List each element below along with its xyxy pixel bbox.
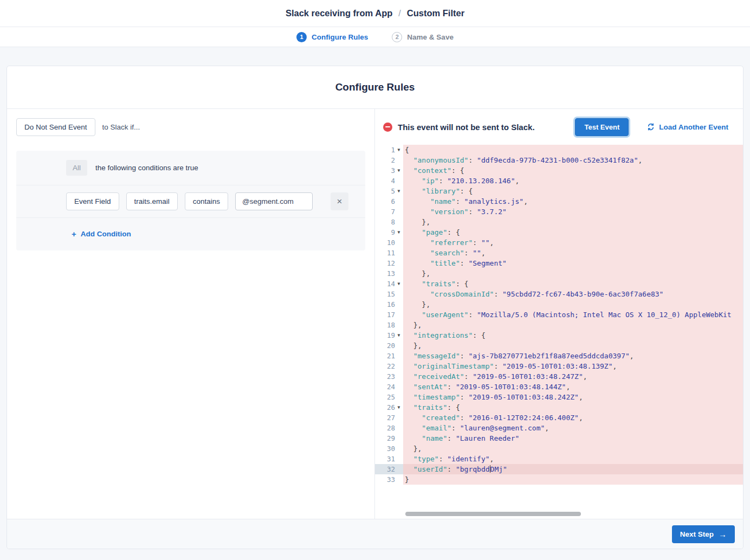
load-another-event-link[interactable]: Load Another Event [647, 123, 728, 131]
gutter-line-number[interactable]: 26▼ [375, 402, 403, 413]
gutter-line-number[interactable]: 32 [375, 464, 403, 474]
fold-arrow-icon[interactable]: ▼ [395, 227, 403, 237]
code-line[interactable]: "ip": "210.13.208.146", [403, 176, 743, 186]
horizontal-scrollbar-thumb[interactable] [405, 512, 581, 516]
blocked-icon [383, 123, 392, 132]
gutter-line-number[interactable]: 4 [375, 176, 403, 186]
code-line[interactable]: }, [403, 268, 743, 279]
fold-arrow-icon[interactable]: ▼ [395, 186, 403, 196]
action-selector-button[interactable]: Do Not Send Event [16, 118, 95, 136]
step-name-save[interactable]: 2 Name & Save [392, 32, 454, 42]
gutter-line-number[interactable]: 9▼ [375, 227, 403, 237]
gutter-line-number[interactable]: 18 [375, 320, 403, 330]
code-line[interactable]: "search": "", [403, 248, 743, 258]
remove-condition-button[interactable]: × [331, 192, 348, 210]
gutter-line-number[interactable]: 31 [375, 454, 403, 464]
code-line[interactable]: "type": "identify", [403, 454, 743, 464]
code-line[interactable]: "messageId": "ajs-7b8270771eb2f1f8a87eed… [403, 351, 743, 361]
stepper: 1 Configure Rules 2 Name & Save [0, 27, 750, 47]
gutter-line-number[interactable]: 20 [375, 340, 403, 351]
gutter-line-number[interactable]: 22 [375, 361, 403, 371]
gutter-line-number[interactable]: 15 [375, 289, 403, 299]
gutter-line-number[interactable]: 33 [375, 474, 403, 485]
breadcrumb-secondary: Custom Filter [407, 8, 464, 18]
gutter-line-number[interactable]: 30 [375, 443, 403, 454]
breadcrumb-primary[interactable]: Slack receiving from App [286, 8, 392, 18]
gutter-line-number[interactable]: 1▼ [375, 145, 403, 155]
breadcrumb-separator: / [398, 9, 400, 18]
gutter-line-number[interactable]: 25 [375, 392, 403, 402]
fold-arrow-icon[interactable]: ▼ [395, 279, 403, 289]
code-line[interactable]: "referrer": "", [403, 237, 743, 248]
code-line[interactable]: }, [403, 217, 743, 227]
editor-code[interactable]: { "anonymousId": "ddf9ecda-977b-4231-b00… [403, 145, 743, 519]
configure-rules-card: Configure Rules Do Not Send Event to Sla… [7, 66, 743, 549]
gutter-line-number[interactable]: 29 [375, 433, 403, 443]
next-step-button[interactable]: Next Step → [672, 525, 735, 543]
fold-arrow-icon[interactable]: ▼ [395, 165, 403, 176]
code-line[interactable]: "title": "Segment" [403, 258, 743, 268]
gutter-line-number[interactable]: 16 [375, 299, 403, 310]
code-line[interactable]: "name": "analytics.js", [403, 196, 743, 207]
gutter-line-number[interactable]: 24 [375, 382, 403, 392]
match-type-badge[interactable]: All [66, 160, 87, 176]
test-event-button[interactable]: Test Event [575, 118, 629, 136]
code-line[interactable]: "traits": { [403, 402, 743, 413]
code-line[interactable]: "page": { [403, 227, 743, 237]
code-line[interactable]: "name": "Lauren Reeder" [403, 433, 743, 443]
load-another-event-label: Load Another Event [659, 123, 728, 131]
gutter-line-number[interactable]: 17 [375, 310, 403, 320]
code-line[interactable]: "crossDomainId": "95cbdd72-fc67-4b43-b90… [403, 289, 743, 299]
code-line[interactable]: "email": "lauren@segment.com", [403, 423, 743, 433]
code-line[interactable]: }, [403, 443, 743, 454]
code-line[interactable]: "anonymousId": "ddf9ecda-977b-4231-b000-… [403, 155, 743, 165]
step-2-circle: 2 [392, 32, 402, 42]
code-line[interactable]: "integrations": { [403, 330, 743, 340]
code-line[interactable]: "created": "2016-01-12T02:24:06.400Z", [403, 413, 743, 423]
condition-value-input[interactable] [235, 192, 313, 210]
gutter-line-number[interactable]: 3▼ [375, 165, 403, 176]
code-line[interactable]: "originalTimestamp": "2019-05-10T01:03:4… [403, 361, 743, 371]
code-line[interactable]: "library": { [403, 186, 743, 196]
code-line[interactable]: "traits": { [403, 279, 743, 289]
field-path-button[interactable]: traits.email [126, 192, 178, 210]
code-line[interactable]: "timestamp": "2019-05-10T01:03:48.242Z", [403, 392, 743, 402]
gutter-line-number[interactable]: 7 [375, 207, 403, 217]
add-condition-button[interactable]: + Add Condition [72, 229, 131, 239]
gutter-line-number[interactable]: 23 [375, 371, 403, 382]
code-line[interactable]: "sentAt": "2019-05-10T01:03:48.144Z", [403, 382, 743, 392]
gutter-line-number[interactable]: 6 [375, 196, 403, 207]
condition-row: Event Field traits.email contains × [16, 185, 365, 217]
gutter-line-number[interactable]: 21 [375, 351, 403, 361]
code-line[interactable]: "userId": "bgrqbddDMj" [403, 464, 743, 474]
field-type-button[interactable]: Event Field [66, 192, 119, 210]
code-line[interactable]: { [403, 145, 743, 155]
gutter-line-number[interactable]: 13 [375, 268, 403, 279]
page-title: Configure Rules [335, 81, 415, 93]
code-line[interactable]: } [403, 474, 743, 485]
code-line[interactable]: }, [403, 340, 743, 351]
gutter-line-number[interactable]: 8 [375, 217, 403, 227]
fold-arrow-icon[interactable]: ▼ [395, 330, 403, 340]
gutter-line-number[interactable]: 19▼ [375, 330, 403, 340]
json-editor[interactable]: 1▼23▼45▼6789▼1011121314▼1516171819▼20212… [375, 145, 743, 519]
gutter-line-number[interactable]: 2 [375, 155, 403, 165]
fold-arrow-icon[interactable]: ▼ [395, 145, 403, 155]
gutter-line-number[interactable]: 5▼ [375, 186, 403, 196]
gutter-line-number[interactable]: 10 [375, 237, 403, 248]
code-line[interactable]: }, [403, 320, 743, 330]
gutter-line-number[interactable]: 27 [375, 413, 403, 423]
card-header: Configure Rules [7, 66, 743, 109]
code-line[interactable]: "receivedAt": "2019-05-10T01:03:48.247Z"… [403, 371, 743, 382]
operator-button[interactable]: contains [185, 192, 228, 210]
gutter-line-number[interactable]: 11 [375, 248, 403, 258]
gutter-line-number[interactable]: 14▼ [375, 279, 403, 289]
code-line[interactable]: "context": { [403, 165, 743, 176]
code-line[interactable]: "userAgent": "Mozilla/5.0 (Macintosh; In… [403, 310, 743, 320]
step-configure-rules[interactable]: 1 Configure Rules [296, 32, 368, 42]
gutter-line-number[interactable]: 28 [375, 423, 403, 433]
code-line[interactable]: "version": "3.7.2" [403, 207, 743, 217]
code-line[interactable]: }, [403, 299, 743, 310]
gutter-line-number[interactable]: 12 [375, 258, 403, 268]
fold-arrow-icon[interactable]: ▼ [395, 402, 403, 413]
